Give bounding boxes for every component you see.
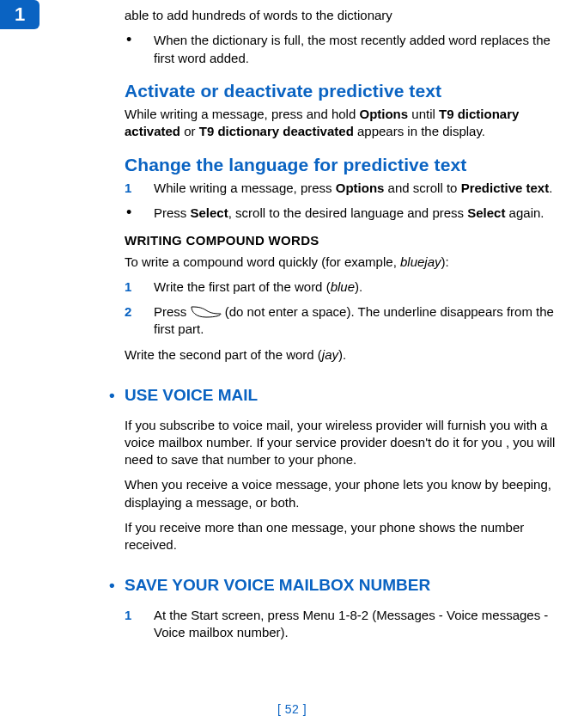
step-1-save: 1 At the Start screen, press Menu 1-8-2 … [125, 607, 562, 642]
bold-predictive-text: Predictive text [461, 180, 550, 195]
continuation-text: able to add hundreds of words to the dic… [125, 7, 562, 24]
step-number: 1 [125, 180, 154, 197]
bold-t9-deactivated: T9 dictionary deactivated [199, 124, 354, 138]
step-text: While writing a message, press Options a… [154, 180, 562, 197]
heading-save-voice-mailbox: SAVE YOUR VOICE MAILBOX NUMBER [125, 574, 562, 596]
text-fragment: Write the second part of the word ( [125, 347, 322, 362]
compound-after: Write the second part of the word (jay). [125, 346, 562, 364]
step-1-compound: 1 Write the first part of the word (blue… [125, 278, 562, 296]
heading-change-language: Change the language for predictive text [125, 153, 562, 177]
text-fragment: and scroll to [384, 180, 460, 195]
text-fragment: Press [154, 304, 191, 319]
step-1-change: 1 While writing a message, press Options… [125, 180, 562, 197]
bold-select: Select [191, 205, 228, 220]
bullet-text: Press Select, scroll to the desired lang… [154, 205, 562, 222]
italic-bluejay: bluejay [400, 254, 441, 269]
text-fragment: or [180, 124, 199, 138]
step-number: 1 [125, 278, 154, 296]
text-fragment: , scroll to the desired language and pre… [228, 205, 468, 220]
voice-p1: If you subscribe to voice mail, your wir… [125, 417, 562, 469]
text-fragment: While writing a message, press and hold [125, 107, 359, 121]
text-fragment: appears in the display. [354, 124, 485, 138]
activate-body: While writing a message, press and hold … [125, 106, 562, 141]
chapter-tab: 1 [0, 0, 40, 29]
text-fragment: . [549, 180, 552, 195]
heading-use-voice-mail: USE VOICE MAIL [125, 384, 562, 407]
bullet-icon [125, 205, 154, 222]
heading-bullet-icon [109, 384, 125, 407]
step-text: Press (do not enter a space). The underl… [154, 303, 562, 339]
bullet-dictionary-full: When the dictionary is full, the most re… [125, 32, 562, 67]
italic-blue: blue [331, 279, 355, 294]
text-fragment: To write a compound word quickly (for ex… [125, 254, 400, 269]
heading-text: SAVE YOUR VOICE MAILBOX NUMBER [125, 574, 430, 596]
text-fragment: ). [338, 347, 346, 362]
text-fragment: again. [505, 205, 544, 220]
heading-activate-deactivate: Activate or deactivate predictive text [125, 79, 562, 103]
page: 1 able to add hundreds of words to the d… [0, 0, 584, 728]
text-fragment: While writing a message, press [154, 180, 336, 195]
italic-jay: jay [322, 347, 338, 362]
voice-p2: When you receive a voice message, your p… [125, 476, 562, 511]
text-fragment: ). [355, 279, 362, 294]
heading-bullet-icon [109, 574, 125, 596]
step-text: At the Start screen, press Menu 1-8-2 (M… [154, 607, 562, 642]
compound-intro: To write a compound word quickly (for ex… [125, 254, 562, 271]
bullet-text: When the dictionary is full, the most re… [154, 32, 562, 67]
bullet-icon [125, 32, 154, 67]
step-text: Write the first part of the word (blue). [154, 278, 562, 296]
content-area: able to add hundreds of words to the dic… [125, 0, 562, 641]
step-number: 1 [125, 607, 154, 642]
text-fragment: Press [154, 205, 191, 220]
subheading-compound: WRITING COMPOUND WORDS [125, 232, 562, 249]
heading-text: USE VOICE MAIL [125, 384, 258, 407]
bold-options: Options [359, 107, 408, 121]
softkey-icon [191, 306, 222, 318]
step-number: 2 [125, 303, 154, 339]
text-fragment: Write the first part of the word ( [154, 279, 331, 294]
bold-options: Options [336, 180, 385, 195]
step-2-compound: 2 Press (do not enter a space). The unde… [125, 303, 562, 339]
voice-p3: If you receive more than one message, yo… [125, 519, 562, 554]
page-number: [ 52 ] [0, 701, 584, 718]
text-fragment: ): [441, 254, 449, 269]
text-fragment: until [408, 107, 439, 121]
bullet-change-language: Press Select, scroll to the desired lang… [125, 205, 562, 222]
bold-select: Select [467, 205, 505, 220]
